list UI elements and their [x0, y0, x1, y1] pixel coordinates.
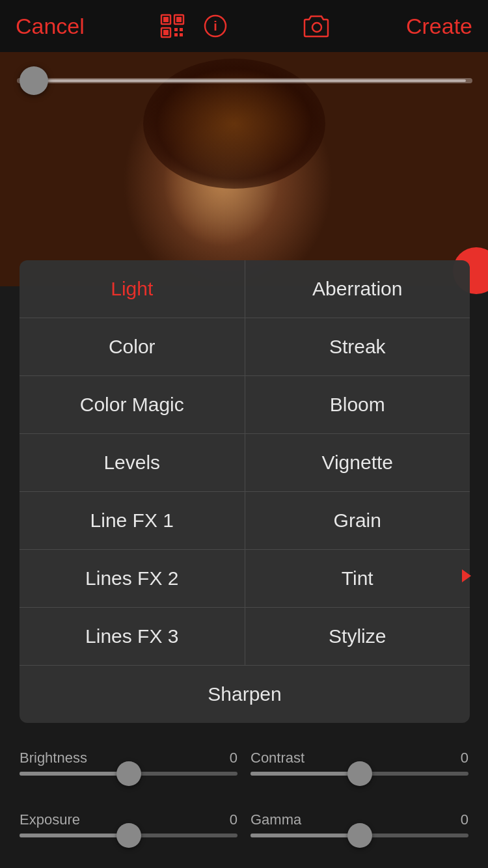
exposure-value: 0 [230, 811, 237, 828]
svg-rect-3 [176, 17, 182, 22]
menu-item-sharpen[interactable]: Sharpen [20, 666, 470, 723]
menu-item-tint[interactable]: Tint [245, 550, 470, 607]
svg-point-12 [312, 23, 321, 32]
menu-row-3: Color Magic Bloom [20, 376, 470, 434]
photo-slider[interactable] [17, 78, 472, 83]
exposure-track[interactable] [20, 834, 237, 837]
menu-row-6: Lines FX 2 Tint [20, 550, 470, 608]
menu-item-lines-fx3[interactable]: Lines FX 3 [20, 608, 245, 665]
brightness-track[interactable] [20, 772, 237, 776]
top-bar: Cancel i [0, 0, 488, 52]
brightness-value: 0 [230, 750, 237, 766]
menu-item-lines-fx2[interactable]: Lines FX 2 [20, 550, 245, 607]
brightness-slider-group: Brightness 0 [13, 731, 244, 793]
menu-row-4: Levels Vignette [20, 434, 470, 492]
svg-rect-6 [174, 28, 178, 31]
svg-rect-1 [163, 17, 169, 22]
menu-item-color-magic[interactable]: Color Magic [20, 376, 245, 433]
menu-item-color[interactable]: Color [20, 318, 245, 375]
camera-icon[interactable] [303, 14, 331, 38]
contrast-thumb[interactable] [347, 761, 372, 786]
svg-rect-9 [180, 33, 183, 36]
create-button[interactable]: Create [406, 14, 472, 39]
exposure-slider-group: Exposure 0 [13, 793, 244, 855]
menu-item-streak[interactable]: Streak [245, 318, 470, 375]
menu-item-stylize[interactable]: Stylize [245, 608, 470, 665]
sliders-area: Brightness 0 Contrast 0 Exposure 0 [0, 725, 488, 868]
svg-rect-7 [180, 28, 183, 31]
menu-row-7: Lines FX 3 Stylize [20, 608, 470, 666]
menu-item-levels[interactable]: Levels [20, 434, 245, 491]
gamma-slider-group: Gamma 0 [244, 793, 475, 855]
qr-icon[interactable] [160, 14, 185, 38]
brightness-label: Brightness [20, 750, 87, 766]
menu-row-5: Line FX 1 Grain [20, 492, 470, 550]
exposure-thumb[interactable] [116, 823, 141, 848]
menu-row-1: Light Aberration [20, 260, 470, 318]
info-icon[interactable]: i [203, 14, 228, 38]
image-area [0, 52, 488, 286]
contrast-value: 0 [461, 750, 468, 766]
gamma-thumb[interactable] [347, 823, 372, 848]
menu-item-vignette[interactable]: Vignette [245, 434, 470, 491]
svg-text:i: i [213, 19, 217, 33]
gamma-label: Gamma [251, 811, 301, 828]
svg-marker-13 [462, 569, 471, 582]
menu-item-grain[interactable]: Grain [245, 492, 470, 549]
stylize-arrow-icon [450, 560, 483, 592]
menu-row-8: Sharpen [20, 666, 470, 723]
exposure-label: Exposure [20, 811, 80, 828]
menu-item-aberration[interactable]: Aberration [245, 260, 470, 318]
effect-menu: Light Aberration Color Streak Color Magi… [20, 260, 470, 723]
menu-row-2: Color Streak [20, 318, 470, 376]
photo [0, 52, 488, 286]
contrast-slider-group: Contrast 0 [244, 731, 475, 793]
contrast-track[interactable] [251, 772, 468, 776]
svg-rect-5 [163, 30, 169, 35]
gamma-track[interactable] [251, 834, 468, 837]
menu-item-line-fx1[interactable]: Line FX 1 [20, 492, 245, 549]
photo-slider-thumb[interactable] [20, 66, 48, 95]
brightness-thumb[interactable] [116, 761, 141, 786]
nav-icons: i [160, 14, 228, 38]
menu-item-bloom[interactable]: Bloom [245, 376, 470, 433]
svg-rect-8 [174, 33, 178, 36]
menu-item-light[interactable]: Light [20, 260, 245, 318]
gamma-value: 0 [461, 811, 468, 828]
contrast-label: Contrast [251, 750, 305, 766]
cancel-button[interactable]: Cancel [16, 14, 85, 39]
